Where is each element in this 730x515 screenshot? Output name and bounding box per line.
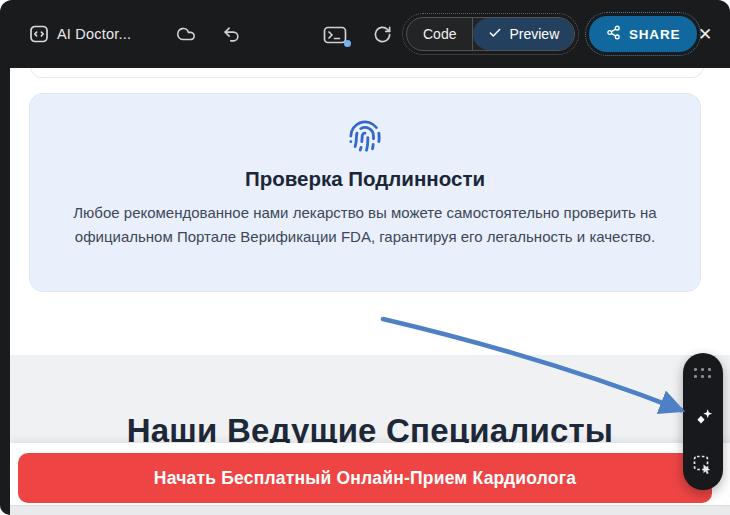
select-element-icon[interactable]	[691, 453, 715, 477]
window-left-frame	[0, 40, 10, 515]
drag-handle-icon[interactable]	[694, 368, 712, 379]
annotation-toolbar	[683, 353, 723, 490]
app-window: AI Doctor...	[0, 0, 730, 515]
preview-viewport: Проверка Подлинности Любое рекомендованн…	[10, 68, 730, 505]
window-bottom-edge	[10, 505, 730, 515]
refresh-icon[interactable]	[372, 24, 392, 44]
previous-card-edge	[30, 68, 704, 78]
top-toolbar: AI Doctor...	[0, 0, 730, 68]
applet-icon[interactable]	[29, 24, 49, 44]
app-title: AI Doctor...	[57, 26, 131, 42]
sticky-cta-bar: Начать Бесплатный Онлайн-Прием Кардиолог…	[10, 443, 730, 505]
share-label: SHARE	[629, 27, 680, 42]
fingerprint-icon	[348, 119, 382, 157]
notification-dot	[344, 40, 351, 47]
check-icon	[488, 26, 502, 43]
tab-preview[interactable]: Preview	[473, 18, 574, 50]
start-consultation-button[interactable]: Начать Бесплатный Онлайн-Прием Кардиолог…	[18, 453, 712, 503]
share-icon	[606, 25, 621, 43]
preview-tab-label: Preview	[509, 26, 559, 42]
close-icon[interactable]: ✕	[694, 23, 716, 45]
view-mode-toggle: Code Preview	[406, 17, 575, 51]
code-tab-label: Code	[423, 26, 456, 42]
verification-card: Проверка Подлинности Любое рекомендованн…	[29, 93, 701, 292]
undo-icon[interactable]	[221, 24, 241, 44]
cloud-save-icon[interactable]	[174, 23, 198, 45]
card-heading: Проверка Подлинности	[30, 167, 700, 191]
share-button[interactable]: SHARE	[589, 16, 697, 52]
tab-code[interactable]: Code	[407, 18, 472, 50]
sparkle-annotate-icon[interactable]	[691, 404, 715, 428]
card-body-text: Любое рекомендованное нами лекарство вы …	[53, 201, 678, 248]
